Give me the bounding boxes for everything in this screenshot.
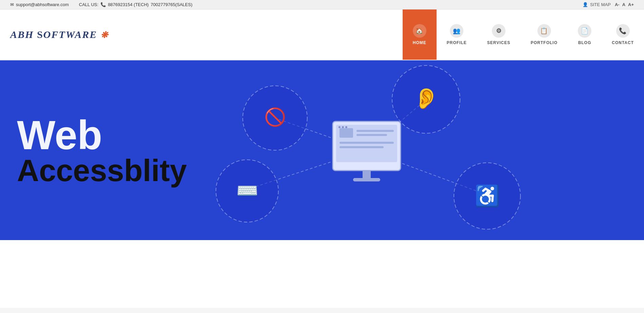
nav-home[interactable]: 🏠 HOME — [403, 9, 437, 60]
svg-rect-15 — [356, 130, 394, 132]
font-decrease-button[interactable]: A- — [615, 2, 620, 7]
nav-blog-label: BLOG — [578, 40, 591, 45]
top-bar: ✉ support@abhsoftware.com CALL US: 📞 887… — [0, 0, 644, 9]
logo-text: ABH SOFTWARE ❋ — [10, 29, 109, 40]
svg-text:♿: ♿ — [475, 184, 500, 208]
svg-rect-17 — [339, 142, 394, 144]
svg-line-0 — [275, 118, 367, 150]
profile-icon: 👥 — [450, 24, 463, 38]
top-bar-left: ✉ support@abhsoftware.com CALL US: 📞 887… — [10, 2, 192, 7]
nav-profile-label: PROFILE — [447, 40, 467, 45]
services-icon: ⚙ — [492, 24, 505, 38]
svg-rect-23 — [353, 178, 380, 181]
font-increase-button[interactable]: A+ — [628, 2, 634, 7]
hero-section: Web Accessblity 🚫 👂 ⌨️ ♿ — [0, 60, 644, 240]
sitemap-label: SITE MAP — [590, 2, 611, 7]
logo: ABH SOFTWARE ❋ — [10, 29, 109, 40]
font-size-controls: A- A A+ — [615, 2, 634, 7]
nav-blog[interactable]: 📄 BLOG — [568, 9, 602, 60]
sitemap-icon: 👤 — [583, 2, 588, 7]
nav-home-label: HOME — [413, 40, 426, 45]
header: ABH SOFTWARE ❋ 🏠 HOME 👥 PROFILE ⚙ SERVIC… — [0, 9, 644, 60]
phone-icon: 📞 — [100, 2, 106, 7]
logo-area: ABH SOFTWARE ❋ — [0, 9, 403, 60]
below-hero — [0, 240, 644, 308]
portfolio-icon: 📋 — [537, 24, 551, 38]
svg-rect-13 — [336, 125, 397, 162]
home-icon: 🏠 — [413, 24, 426, 38]
email-address: support@abhsoftware.com — [16, 2, 69, 7]
svg-point-10 — [454, 163, 520, 229]
email-icon: ✉ — [10, 2, 14, 7]
svg-point-8 — [216, 160, 278, 222]
svg-rect-12 — [333, 121, 401, 171]
contact-icon: 📞 — [616, 24, 630, 38]
svg-text:🚫: 🚫 — [264, 106, 286, 128]
call-info: CALL US: 📞 8876923154 (TECH) 7002779765(… — [79, 2, 192, 7]
svg-text:👂: 👂 — [413, 86, 439, 111]
svg-line-3 — [367, 150, 485, 194]
tech-number: 8876923154 (TECH) — [108, 2, 149, 7]
svg-line-1 — [367, 101, 424, 150]
main-nav: 🏠 HOME 👥 PROFILE ⚙ SERVICES 📋 PORTFOLIO … — [403, 9, 644, 60]
nav-services-label: SERVICES — [487, 40, 510, 45]
svg-line-2 — [248, 150, 367, 189]
svg-rect-22 — [363, 171, 371, 178]
svg-point-20 — [342, 126, 344, 128]
svg-point-19 — [338, 126, 341, 128]
svg-rect-14 — [339, 128, 353, 138]
sales-number: 7002779765(SALES) — [151, 2, 192, 7]
hero-title-accessibility: Accessblity — [17, 155, 187, 186]
nav-contact[interactable]: 📞 CONTACT — [602, 9, 644, 60]
nav-services[interactable]: ⚙ SERVICES — [477, 9, 520, 60]
hero-title-web: Web — [17, 115, 187, 155]
nav-portfolio-label: PORTFOLIO — [531, 40, 557, 45]
svg-point-4 — [243, 86, 307, 150]
top-bar-right: 👤 SITE MAP A- A A+ — [583, 2, 634, 7]
font-normal-button[interactable]: A — [622, 2, 625, 7]
nav-portfolio[interactable]: 📋 PORTFOLIO — [520, 9, 568, 60]
nav-profile[interactable]: 👥 PROFILE — [437, 9, 477, 60]
blog-icon: 📄 — [578, 24, 591, 38]
call-label: CALL US: — [79, 2, 98, 7]
hero-text: Web Accessblity — [17, 115, 187, 186]
svg-rect-18 — [339, 146, 384, 148]
site-map-link[interactable]: 👤 SITE MAP — [583, 2, 611, 7]
email-contact: ✉ support@abhsoftware.com — [10, 2, 69, 7]
svg-point-21 — [345, 126, 347, 128]
nav-contact-label: CONTACT — [612, 40, 634, 45]
svg-rect-16 — [356, 134, 387, 136]
svg-text:⌨️: ⌨️ — [236, 180, 258, 201]
svg-point-6 — [392, 65, 460, 133]
